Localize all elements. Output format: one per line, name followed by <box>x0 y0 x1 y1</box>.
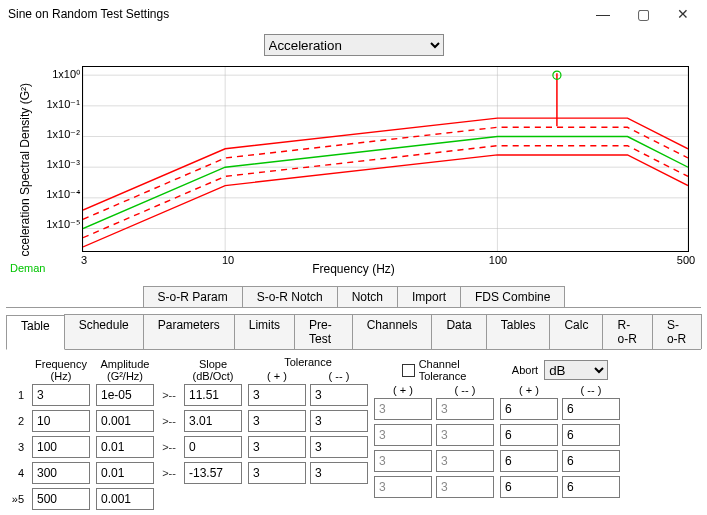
arrow-icon: >-- <box>160 462 178 484</box>
checkbox-icon[interactable] <box>402 364 415 377</box>
amp-input[interactable] <box>96 488 154 510</box>
xtick: 10 <box>222 254 234 266</box>
titlebar: Sine on Random Test Settings — ▢ ✕ <box>0 0 707 28</box>
tol-plus-input[interactable] <box>248 436 306 458</box>
row-number: 3 <box>10 436 26 458</box>
tol-plus-input[interactable] <box>248 410 306 432</box>
freq-input[interactable] <box>32 410 90 432</box>
minimize-button[interactable]: — <box>583 0 623 28</box>
demand-legend: Deman <box>10 262 45 274</box>
tab-calc[interactable]: Calc <box>549 314 603 349</box>
xtick: 100 <box>489 254 507 266</box>
row-number: 4 <box>10 462 26 484</box>
window-title: Sine on Random Test Settings <box>8 7 583 21</box>
sub-minus: ( -- ) <box>310 370 368 384</box>
ytick: 1x10⁰ <box>20 68 80 81</box>
tabs-lower: Table Schedule Parameters Limits Pre-Tes… <box>6 314 701 350</box>
sub-minus: ( -- ) <box>562 384 620 398</box>
amp-input[interactable] <box>96 462 154 484</box>
arrow-icon: >-- <box>160 410 178 432</box>
abort-minus-input[interactable] <box>562 476 620 498</box>
tab-import[interactable]: Import <box>397 286 461 307</box>
tab-schedule[interactable]: Schedule <box>64 314 144 349</box>
freq-input[interactable] <box>32 462 90 484</box>
freq-input[interactable] <box>32 488 90 510</box>
sub-minus: ( -- ) <box>436 384 494 398</box>
abort-plus-input[interactable] <box>500 398 558 420</box>
arrow-icon: >-- <box>160 384 178 406</box>
amp-input[interactable] <box>96 436 154 458</box>
tol-minus-input[interactable] <box>310 436 368 458</box>
sub-plus: ( + ) <box>248 370 306 384</box>
slope-input[interactable] <box>184 384 242 406</box>
chtol-plus-input <box>374 424 432 446</box>
tab-pretest[interactable]: Pre-Test <box>294 314 353 349</box>
ytick: 1x10⁻¹ <box>20 98 80 111</box>
ytick: 1x10⁻² <box>20 128 80 141</box>
col-header-frequency: Frequency(Hz) <box>32 356 90 384</box>
tab-tables[interactable]: Tables <box>486 314 551 349</box>
chtol-minus-input <box>436 424 494 446</box>
tol-minus-input[interactable] <box>310 462 368 484</box>
col-header-amplitude: Amplitude(G²/Hz) <box>96 356 154 384</box>
tab-fds-combine[interactable]: FDS Combine <box>460 286 565 307</box>
tab-data[interactable]: Data <box>431 314 486 349</box>
plot-area[interactable] <box>82 66 689 252</box>
tab-parameters[interactable]: Parameters <box>143 314 235 349</box>
sub-plus: ( + ) <box>374 384 432 398</box>
row-number: 1 <box>10 384 26 406</box>
abort-unit-select[interactable]: dB <box>544 360 608 380</box>
abort-plus-input[interactable] <box>500 476 558 498</box>
chtol-minus-input <box>436 398 494 420</box>
tol-minus-input[interactable] <box>310 384 368 406</box>
tab-sor-param[interactable]: S-o-R Param <box>143 286 243 307</box>
maximize-button[interactable]: ▢ <box>623 0 663 28</box>
arrow-icon: >-- <box>160 436 178 458</box>
row-number: 2 <box>10 410 26 432</box>
amp-input[interactable] <box>96 384 154 406</box>
tol-minus-input[interactable] <box>310 410 368 432</box>
breakpoint-table: 1 2 3 4 » 5 Frequency(Hz) Amplitude(G²/H… <box>6 350 701 515</box>
abort-minus-input[interactable] <box>562 424 620 446</box>
tab-table[interactable]: Table <box>6 315 65 350</box>
row-number: » 5 <box>10 488 26 510</box>
tab-sor[interactable]: S-o-R <box>652 314 702 349</box>
ytick: 1x10⁻³ <box>20 158 80 171</box>
freq-input[interactable] <box>32 436 90 458</box>
tab-sor-notch[interactable]: S-o-R Notch <box>242 286 338 307</box>
tab-channels[interactable]: Channels <box>352 314 433 349</box>
xtick: 3 <box>81 254 87 266</box>
quantity-select[interactable]: Acceleration <box>264 34 444 56</box>
col-header-tolerance: Tolerance <box>248 356 368 370</box>
abort-minus-input[interactable] <box>562 450 620 472</box>
chart: cceleration Spectral Density (G²) Deman … <box>10 60 697 280</box>
tab-ror[interactable]: R-o-R <box>602 314 652 349</box>
freq-input[interactable] <box>32 384 90 406</box>
ytick: 1x10⁻⁴ <box>20 188 80 201</box>
close-button[interactable]: ✕ <box>663 0 703 28</box>
col-header-abort: Abort <box>512 364 538 376</box>
tol-plus-input[interactable] <box>248 462 306 484</box>
col-header-slope: Slope(dB/Oct) <box>184 356 242 384</box>
tab-notch[interactable]: Notch <box>337 286 398 307</box>
chtol-minus-input <box>436 476 494 498</box>
chtol-plus-input <box>374 398 432 420</box>
chtol-plus-input <box>374 476 432 498</box>
amp-input[interactable] <box>96 410 154 432</box>
tab-limits[interactable]: Limits <box>234 314 295 349</box>
chtol-minus-input <box>436 450 494 472</box>
xtick: 500 <box>677 254 695 266</box>
slope-input[interactable] <box>184 462 242 484</box>
abort-minus-input[interactable] <box>562 398 620 420</box>
tabs-upper: S-o-R Param S-o-R Notch Notch Import FDS… <box>6 286 701 308</box>
tol-plus-input[interactable] <box>248 384 306 406</box>
slope-input[interactable] <box>184 410 242 432</box>
abort-plus-input[interactable] <box>500 424 558 446</box>
chtol-plus-input <box>374 450 432 472</box>
sub-plus: ( + ) <box>500 384 558 398</box>
ytick: 1x10⁻⁵ <box>20 218 80 231</box>
slope-input[interactable] <box>184 436 242 458</box>
abort-plus-input[interactable] <box>500 450 558 472</box>
channel-tolerance-toggle[interactable]: ChannelTolerance <box>374 356 494 384</box>
x-axis-label: Frequency (Hz) <box>312 262 395 276</box>
